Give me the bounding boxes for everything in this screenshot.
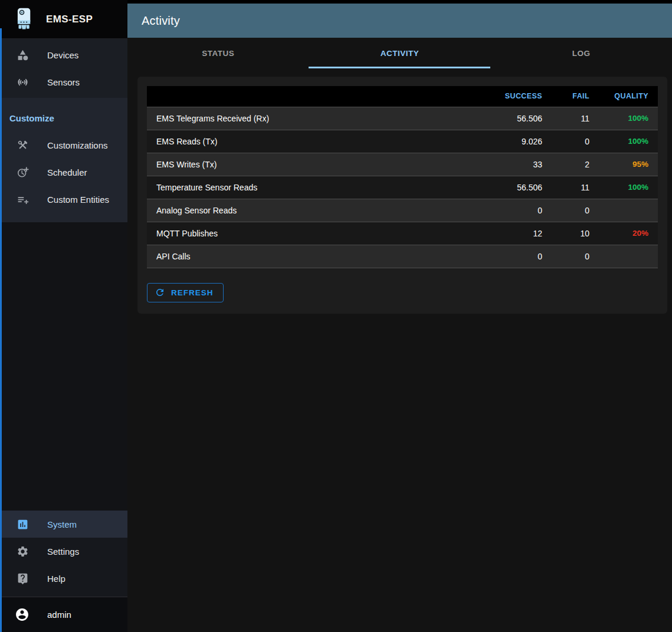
main-area: Activity STATUS ACTIVITY LOG SUCCESS FAI… [127,0,672,632]
more-time-icon [16,166,29,179]
boiler-logo-icon [13,6,37,33]
sidebar-item-sensors[interactable]: Sensors [0,68,127,96]
quality-value: 95% [599,153,658,176]
sidebar-item-customizations[interactable]: Customizations [0,131,127,159]
topbar: Activity [127,4,672,38]
activity-table: SUCCESS FAIL QUALITY EMS Telegrams Recei… [147,86,658,268]
tab-status[interactable]: STATUS [127,38,309,68]
page-title: Activity [142,14,180,28]
sidebar-item-label: Help [47,574,65,584]
nav-group-bottom: Settings Help [0,538,127,597]
construction-icon [16,139,29,152]
table-row: EMS Writes (Tx) 33 2 95% [147,153,658,176]
sensors-icon [16,75,29,88]
refresh-button-label: REFRESH [171,288,214,297]
refresh-icon [155,287,165,298]
sidebar-item-label: Settings [47,547,79,557]
live-help-icon [16,572,29,585]
sidebar-item-label: Devices [47,50,78,60]
metric-name: EMS Writes (Tx) [147,153,475,176]
metric-name: Analog Sensor Reads [147,199,475,222]
table-row: MQTT Publishes 12 10 20% [147,222,658,245]
success-value: 12 [475,222,552,245]
column-header-fail: FAIL [552,86,599,107]
quality-value [599,199,658,222]
tab-log[interactable]: LOG [490,38,672,68]
sidebar-item-system[interactable]: System [0,511,127,538]
admin-label: admin [47,610,71,620]
table-row: Temperature Sensor Reads 56.506 11 100% [147,176,658,199]
playlist-add-icon [16,193,29,206]
table-row: EMS Reads (Tx) 9.026 0 100% [147,130,658,153]
active-tab-indicator [309,67,490,68]
table-header-row: SUCCESS FAIL QUALITY [147,86,658,107]
refresh-button[interactable]: REFRESH [147,283,224,302]
sidebar-item-scheduler[interactable]: Scheduler [0,159,127,186]
tab-activity[interactable]: ACTIVITY [309,38,491,68]
nav-group-main: Devices Sensors [0,39,127,98]
sidebar-item-help[interactable]: Help [0,565,127,592]
customize-section-header: Customize [0,98,127,131]
fail-value: 11 [552,107,599,130]
success-value: 0 [475,199,552,222]
metric-name: MQTT Publishes [147,222,475,245]
metric-name: EMS Reads (Tx) [147,130,475,153]
success-value: 56.506 [475,107,552,130]
tab-bar: STATUS ACTIVITY LOG [127,38,672,68]
sidebar-item-label: Custom Entities [47,195,109,205]
column-header-name [147,86,475,107]
sidebar-item-label: System [47,519,77,529]
column-header-quality: QUALITY [599,86,658,107]
metric-name: EMS Telegrams Received (Rx) [147,107,475,130]
sidebar-item-admin[interactable]: admin [0,597,127,632]
quality-value: 100% [599,176,658,199]
metric-name: Temperature Sensor Reads [147,176,475,199]
app-title: EMS-ESP [46,14,93,25]
success-value: 0 [475,245,552,268]
content-area: SUCCESS FAIL QUALITY EMS Telegrams Recei… [127,68,672,632]
nav-group-customize: Customize Customizations Scheduler [0,98,127,222]
success-value: 56.506 [475,176,552,199]
quality-value: 100% [599,107,658,130]
sidebar-item-devices[interactable]: Devices [0,41,127,68]
quality-value: 100% [599,130,658,153]
sidebar-scrollbar[interactable] [0,28,2,632]
quality-value: 20% [599,222,658,245]
column-header-success: SUCCESS [475,86,552,107]
category-icon [16,48,29,61]
app-header: EMS-ESP [0,0,127,39]
sidebar-item-custom-entities[interactable]: Custom Entities [0,186,127,213]
sidebar-item-label: Scheduler [47,167,87,177]
table-row: EMS Telegrams Received (Rx) 56.506 11 10… [147,107,658,130]
table-row: Analog Sensor Reads 0 0 [147,199,658,222]
fail-value: 10 [552,222,599,245]
assessment-icon [16,518,29,531]
account-circle-icon [15,607,29,622]
activity-card: SUCCESS FAIL QUALITY EMS Telegrams Recei… [137,77,667,314]
fail-value: 0 [552,199,599,222]
sidebar-item-label: Customizations [47,140,108,150]
success-value: 33 [475,153,552,176]
sidebar-item-settings[interactable]: Settings [0,538,127,565]
success-value: 9.026 [475,130,552,153]
table-row: API Calls 0 0 [147,245,658,268]
quality-value [599,245,658,268]
fail-value: 0 [552,245,599,268]
fail-value: 2 [552,153,599,176]
sidebar-spacer [0,222,127,511]
fail-value: 0 [552,130,599,153]
metric-name: API Calls [147,245,475,268]
gear-icon [16,545,29,558]
sidebar-item-label: Sensors [47,77,80,87]
fail-value: 11 [552,176,599,199]
sidebar: EMS-ESP Devices Sensors Customize [0,0,127,632]
